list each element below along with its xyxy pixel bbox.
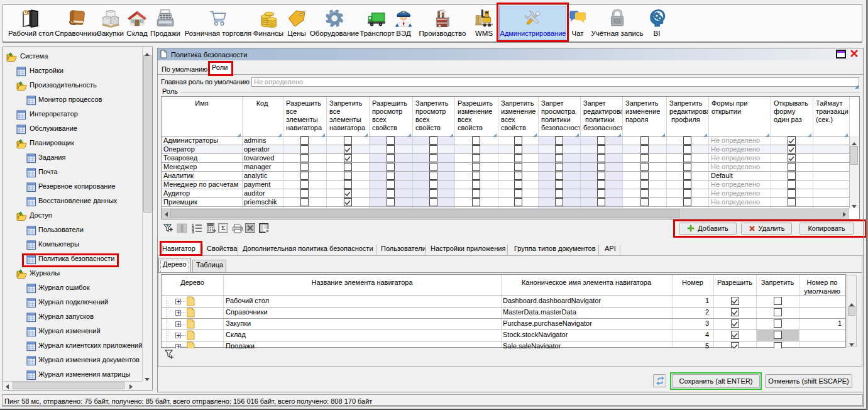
svg-text:Σ: Σ	[221, 224, 226, 231]
svg-text:3: 3	[192, 230, 194, 233]
